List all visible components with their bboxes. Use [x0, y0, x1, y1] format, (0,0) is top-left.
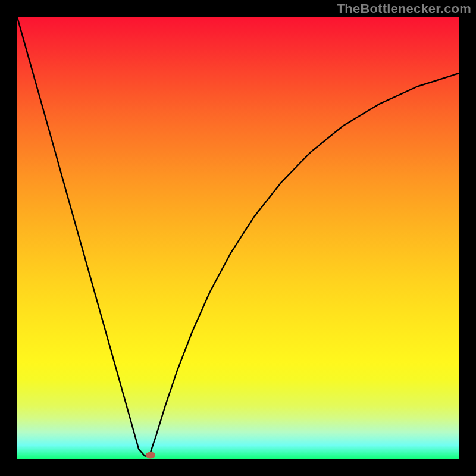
watermark-text: TheBottlenecker.com	[337, 1, 471, 17]
plot-area	[17, 17, 459, 459]
chart-frame: TheBottlenecker.com	[0, 0, 476, 476]
minimum-marker	[146, 452, 155, 459]
curve-path	[17, 17, 459, 456]
bottleneck-curve	[17, 17, 459, 459]
